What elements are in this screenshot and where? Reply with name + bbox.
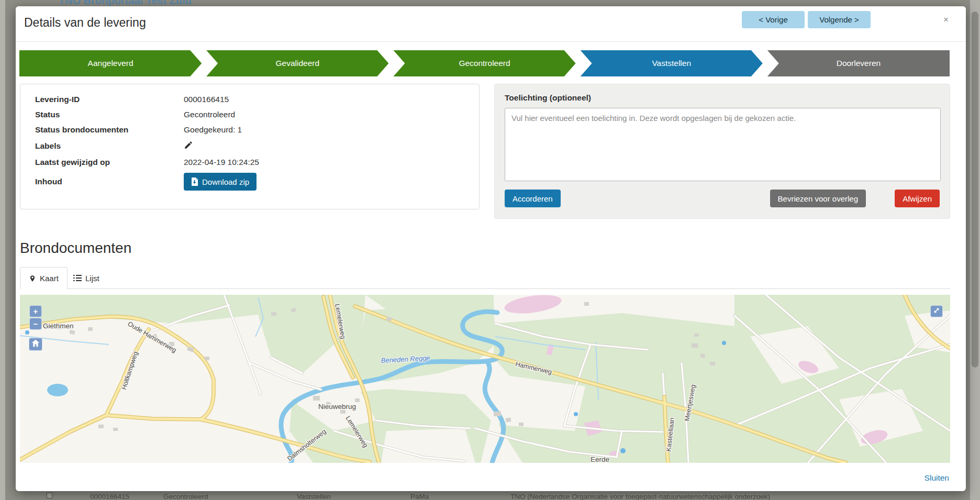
bevriezen-button[interactable]: Bevriezen voor overleg	[770, 190, 866, 207]
detail-label: Levering-ID	[35, 95, 184, 104]
levering-details-modal: Details van de levering < Vorige Volgend…	[16, 6, 966, 491]
background-page-edge	[0, 0, 5, 500]
detail-label: Labels	[35, 141, 184, 151]
map-label-giethmen: Giethmen	[43, 322, 74, 330]
row-organisatie: TNO (Nederlandse Organisatie voor toegep…	[510, 493, 770, 500]
background-page-title-fragment: TNO Bronportaal Test Zuid	[59, 0, 192, 6]
step-gevalideerd: Gevalideerd	[206, 50, 388, 76]
step-vaststellen: Vaststellen	[581, 50, 763, 76]
row-stap: Vaststellen	[297, 493, 331, 500]
detail-label: Laatst gewijzigd op	[35, 158, 184, 167]
edit-labels-button[interactable]	[184, 140, 193, 150]
toelichting-panel: Toelichting (optioneel) Accorderen Bevri…	[494, 84, 950, 219]
tab-lijst[interactable]: Lijst	[65, 267, 108, 289]
home-icon	[31, 340, 40, 349]
background-table-row: 0000166415 Gecontroleerd Vaststellen PaM…	[0, 492, 980, 500]
row-code: PaMa	[410, 493, 429, 500]
brondocumenten-tabs: Kaart Lijst	[20, 267, 950, 289]
modal-title: Details van de levering	[24, 16, 146, 30]
tab-kaart[interactable]: Kaart	[20, 267, 68, 290]
detail-value-status: Gecontroleerd	[184, 110, 464, 119]
levering-details-panel: Levering-ID 0000166415 Status Gecontrole…	[20, 84, 480, 209]
map-zoom-out-button[interactable]: −	[29, 318, 42, 330]
toelichting-textarea[interactable]	[505, 108, 941, 181]
download-zip-button[interactable]: Download zip	[184, 173, 257, 191]
detail-value-brondocumenten: Goedgekeurd: 1	[184, 125, 464, 135]
close-icon[interactable]: ×	[939, 13, 953, 27]
sluiten-link[interactable]: Sluiten	[925, 473, 949, 483]
row-status: Gecontroleerd	[163, 493, 208, 500]
row-checkbox	[47, 493, 52, 498]
modal-header: Details van de levering < Vorige Volgend…	[16, 6, 966, 42]
map-label-nieuwebrug: Nieuwebrug	[318, 403, 356, 410]
brondocumenten-heading: Brondocumenten	[20, 240, 131, 257]
afwijzen-button[interactable]: Afwijzen	[895, 190, 940, 207]
map-label-eerde: Eerde	[591, 455, 609, 463]
step-gecontroleerd: Gecontroleerd	[393, 50, 575, 76]
toelichting-label: Toelichting (optioneel)	[505, 93, 591, 103]
row-levering-id: 0000166415	[90, 493, 129, 500]
detail-value-levering-id: 0000166415	[184, 95, 464, 104]
detail-label: Status	[35, 110, 184, 119]
list-icon	[73, 274, 82, 282]
next-button[interactable]: Volgende >	[808, 11, 871, 28]
map-svg[interactable]: Giethmen Oude Hammerweg Holtkampweg Leme…	[20, 295, 950, 463]
wizard-steps: Aangeleverd Gevalideerd Gecontroleerd Va…	[19, 50, 950, 76]
step-doorleveren: Doorleveren	[767, 50, 950, 76]
pencil-icon	[184, 143, 193, 151]
map-pin-icon	[29, 274, 36, 283]
map-home-button[interactable]	[29, 338, 42, 351]
download-file-icon	[191, 177, 198, 186]
map-fullscreen-button[interactable]	[930, 305, 943, 317]
map-zoom-in-button[interactable]: +	[29, 305, 42, 317]
page-scrollbar-thumb[interactable]	[972, 12, 978, 368]
detail-label: Inhoud	[35, 177, 184, 186]
fullscreen-expand-icon	[933, 307, 940, 316]
map-viewport[interactable]: Giethmen Oude Hammerweg Holtkampweg Leme…	[20, 295, 950, 463]
accorderen-button[interactable]: Accorderen	[505, 190, 561, 207]
step-aangeleverd: Aangeleverd	[19, 50, 202, 76]
page-scrollbar[interactable]	[970, 0, 980, 500]
previous-button[interactable]: < Vorige	[742, 11, 805, 28]
detail-label: Status brondocumenten	[35, 125, 184, 135]
detail-value-gewijzigd: 2022-04-19 10:24:25	[184, 158, 464, 167]
